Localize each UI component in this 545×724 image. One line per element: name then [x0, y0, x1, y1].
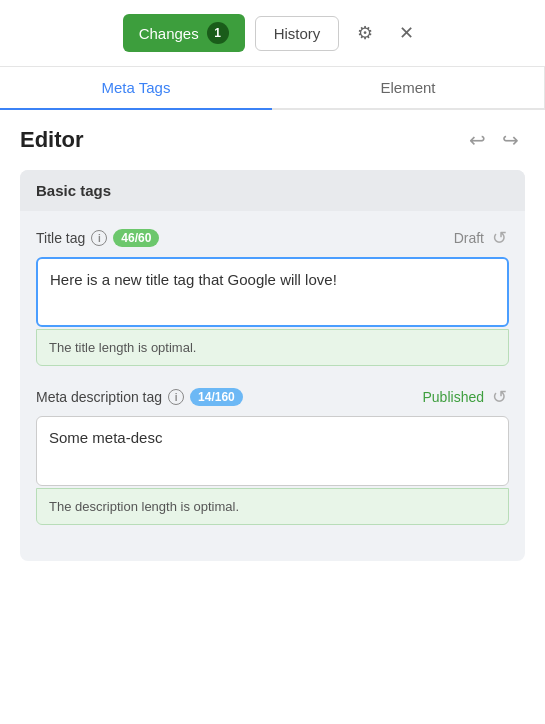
meta-desc-input-wrapper: The description length is optimal.: [36, 416, 509, 525]
changes-button[interactable]: Changes 1: [123, 14, 245, 52]
title-tag-input-wrapper: The title length is optimal.: [36, 257, 509, 366]
meta-desc-count: 14/160: [190, 388, 243, 406]
close-icon: ✕: [399, 22, 414, 44]
meta-desc-status: Published: [423, 389, 485, 405]
redo-button[interactable]: ↪: [496, 126, 525, 154]
title-tag-label-row: Title tag i 46/60 Draft ↺: [36, 227, 509, 249]
meta-desc-input[interactable]: [36, 416, 509, 486]
card-body: Title tag i 46/60 Draft ↺ The title leng…: [20, 211, 525, 561]
basic-tags-header: Basic tags: [20, 170, 525, 211]
changes-label: Changes: [139, 25, 199, 42]
title-tag-input[interactable]: [36, 257, 509, 327]
title-tag-label: Title tag: [36, 230, 85, 246]
close-button[interactable]: ✕: [391, 18, 422, 48]
title-tag-count: 46/60: [113, 229, 159, 247]
tab-bar: Meta Tags Element: [0, 67, 545, 110]
meta-desc-info-icon[interactable]: i: [168, 389, 184, 405]
history-button[interactable]: History: [255, 16, 340, 51]
editor-section: Editor ↩ ↪ Basic tags Title tag i 46/60 …: [0, 110, 545, 561]
title-tag-reset-button[interactable]: ↺: [490, 227, 509, 249]
tab-meta-tags[interactable]: Meta Tags: [0, 67, 272, 110]
meta-desc-hint: The description length is optimal.: [36, 488, 509, 525]
basic-tags-card: Basic tags Title tag i 46/60 Draft ↺ The…: [20, 170, 525, 561]
title-tag-reset-icon: ↺: [492, 228, 507, 248]
undo-icon: ↩: [469, 129, 486, 151]
settings-button[interactable]: ⚙: [349, 18, 381, 48]
tab-element[interactable]: Element: [272, 67, 545, 108]
changes-badge: 1: [207, 22, 229, 44]
meta-desc-reset-button[interactable]: ↺: [490, 386, 509, 408]
meta-desc-label: Meta description tag: [36, 389, 162, 405]
redo-icon: ↪: [502, 129, 519, 151]
meta-desc-group: Meta description tag i 14/160 Published …: [36, 386, 509, 525]
editor-title: Editor: [20, 127, 84, 153]
gear-icon: ⚙: [357, 22, 373, 44]
editor-header: Editor ↩ ↪: [20, 126, 525, 154]
undo-redo-group: ↩ ↪: [463, 126, 525, 154]
undo-button[interactable]: ↩: [463, 126, 492, 154]
title-tag-info-icon[interactable]: i: [91, 230, 107, 246]
title-tag-status: Draft: [454, 230, 484, 246]
meta-desc-label-row: Meta description tag i 14/160 Published …: [36, 386, 509, 408]
title-tag-hint: The title length is optimal.: [36, 329, 509, 366]
top-bar: Changes 1 History ⚙ ✕: [0, 0, 545, 67]
meta-desc-reset-icon: ↺: [492, 387, 507, 407]
title-tag-group: Title tag i 46/60 Draft ↺ The title leng…: [36, 227, 509, 366]
history-label: History: [274, 25, 321, 42]
